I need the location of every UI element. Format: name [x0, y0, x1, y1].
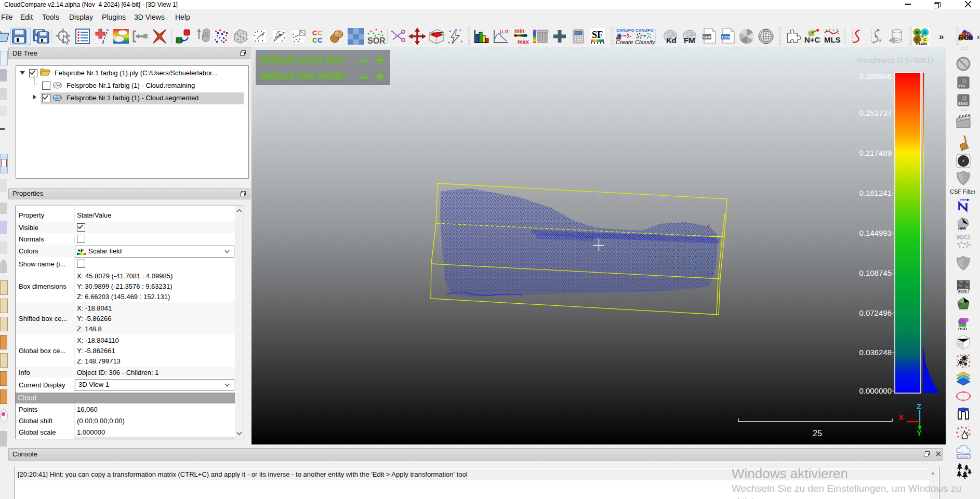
svg-text:Kd: Kd — [666, 36, 677, 45]
svg-text:B: B — [969, 34, 973, 42]
svg-text:SF: SF — [77, 247, 84, 253]
svg-text:0.072496: 0.072496 — [859, 308, 892, 317]
svg-text:CSF Filter: CSF Filter — [950, 188, 976, 195]
svg-text:0.181241: 0.181241 — [859, 188, 892, 197]
svg-text:»: » — [939, 32, 944, 42]
svg-text:SF: SF — [592, 30, 603, 40]
svg-text:A: A — [923, 30, 926, 35]
svg-text:M3C2: M3C2 — [957, 235, 971, 240]
svg-text:min: min — [514, 28, 525, 34]
svg-text:CANUPO: CANUPO — [616, 28, 634, 33]
svg-text:0.289986: 0.289986 — [859, 72, 892, 80]
svg-text:0.253737: 0.253737 — [859, 109, 892, 117]
svg-text:PCV: PCV — [959, 289, 966, 293]
svg-text:TRAIN: TRAIN — [915, 42, 927, 46]
svg-text:Classify: Classify — [635, 39, 656, 45]
svg-text:CSV: CSV — [722, 35, 731, 39]
svg-text:X: X — [898, 413, 904, 422]
svg-text:SOR: SOR — [367, 36, 386, 45]
svg-text:Y: Y — [917, 428, 922, 437]
svg-text:0.036248: 0.036248 — [859, 348, 892, 357]
svg-text:MLS: MLS — [824, 35, 841, 44]
svg-text:›: › — [977, 32, 979, 41]
svg-text:µ,σ: µ,σ — [500, 28, 508, 34]
svg-text:0.144993: 0.144993 — [859, 228, 892, 237]
svg-text:C: C — [317, 36, 323, 44]
svg-text:25: 25 — [813, 429, 822, 438]
svg-text:SHP: SHP — [703, 35, 712, 39]
svg-text:0.217489: 0.217489 — [859, 149, 892, 157]
svg-text:RSD: RSD — [958, 327, 967, 331]
svg-text:HPR: HPR — [958, 227, 966, 231]
svg-text:EDL: EDL — [959, 84, 966, 88]
svg-text:C: C — [312, 36, 317, 44]
svg-text:Create: Create — [616, 39, 633, 45]
svg-text:max: max — [518, 38, 529, 45]
svg-text:G: G — [964, 34, 969, 42]
svg-text:SSAO: SSAO — [958, 102, 968, 105]
svg-text:3D: 3D — [918, 34, 923, 38]
svg-text:0.108745: 0.108745 — [859, 268, 892, 277]
svg-text:CANUPO: CANUPO — [635, 28, 654, 33]
svg-text:Roughness (0.578061): Roughness (0.578061) — [856, 56, 933, 64]
svg-text:FM: FM — [684, 36, 695, 45]
svg-text:R: R — [959, 34, 963, 42]
svg-text:N+C: N+C — [804, 35, 820, 44]
svg-text:C: C — [312, 29, 317, 37]
svg-text:C: C — [317, 29, 323, 37]
svg-text:0.000000: 0.000000 — [859, 386, 892, 395]
svg-text:Z: Z — [917, 402, 921, 411]
